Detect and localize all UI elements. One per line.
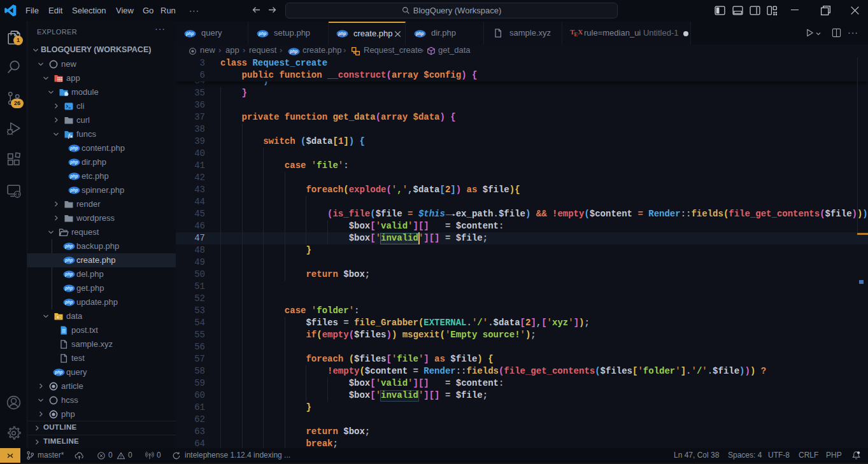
svg-text:php: php (64, 286, 73, 291)
svg-text:php: php (69, 146, 78, 151)
svg-text:php: php (54, 370, 62, 375)
svg-text:php: php (69, 188, 78, 193)
svg-text:php: php (69, 160, 78, 165)
svg-text:php: php (289, 49, 297, 54)
svg-text:php: php (64, 244, 73, 249)
svg-text:php: php (185, 31, 194, 36)
svg-text:php: php (69, 174, 78, 179)
svg-text:php: php (258, 31, 266, 36)
svg-text:php: php (415, 31, 423, 36)
svg-text:php: php (338, 31, 346, 36)
svg-text:php: php (64, 258, 73, 263)
svg-text:php: php (64, 300, 73, 305)
svg-text:php: php (64, 272, 73, 277)
